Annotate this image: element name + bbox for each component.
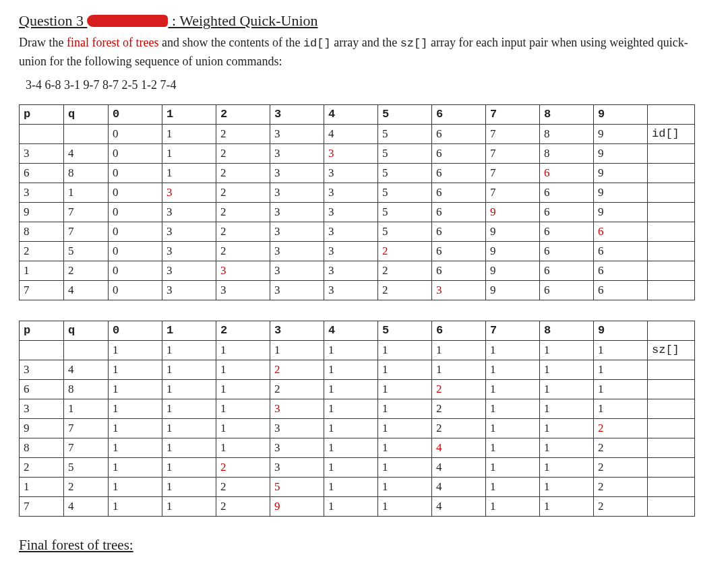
- cell-value: 1: [162, 124, 216, 143]
- cell-value: 2: [432, 379, 486, 399]
- cell-array-label: [648, 222, 695, 241]
- cell-value: 0: [109, 183, 162, 202]
- col-index: 5: [378, 104, 432, 124]
- cell-q: 7: [64, 418, 109, 438]
- cell-value: 2: [594, 477, 648, 496]
- cell-value: 1: [324, 379, 378, 399]
- cell-q: 7: [64, 202, 109, 222]
- cell-value: 3: [270, 418, 324, 438]
- cell-p: 2: [20, 457, 64, 477]
- cell-value: 3: [324, 241, 378, 261]
- cell-value: 4: [432, 438, 486, 457]
- cell-value: 2: [216, 124, 270, 143]
- cell-value: 6: [432, 261, 486, 280]
- cell-value: 3: [324, 183, 378, 202]
- cell-value: 6: [432, 124, 486, 143]
- col-index: 7: [486, 104, 540, 124]
- cell-array-label: id[]: [648, 124, 695, 143]
- cell-value: 1: [109, 418, 162, 438]
- cell-array-label: [648, 261, 695, 280]
- cell-array-label: [648, 280, 695, 300]
- cell-value: 1: [486, 418, 540, 438]
- col-index: 2: [216, 321, 270, 340]
- cell-value: 3: [216, 261, 270, 280]
- cell-value: 4: [432, 457, 486, 477]
- cell-value: 0: [109, 280, 162, 300]
- cell-value: 4: [324, 124, 378, 143]
- cell-p: 3: [20, 360, 64, 379]
- cell-q: 8: [64, 379, 109, 399]
- final-forest-heading: Final forest of trees:: [19, 537, 709, 554]
- cell-value: 6: [540, 202, 594, 222]
- cell-p: 7: [20, 280, 64, 300]
- cell-p: 6: [20, 379, 64, 399]
- cell-value: 3: [324, 143, 378, 163]
- cell-q: 1: [64, 399, 109, 418]
- cell-value: 1: [486, 457, 540, 477]
- cell-value: 1: [109, 496, 162, 516]
- col-index: 4: [324, 321, 378, 340]
- cell-p: [20, 340, 64, 360]
- cell-value: 1: [378, 360, 432, 379]
- cell-value: 1: [378, 340, 432, 360]
- cell-value: 1: [486, 340, 540, 360]
- cell-value: 6: [540, 222, 594, 241]
- prompt-text: Draw the final forest of trees and show …: [19, 34, 709, 70]
- cell-array-label: sz[]: [648, 340, 695, 360]
- cell-value: 3: [324, 202, 378, 222]
- cell-value: 7: [486, 183, 540, 202]
- cell-value: 0: [109, 261, 162, 280]
- cell-value: 3: [162, 241, 216, 261]
- cell-value: 6: [594, 241, 648, 261]
- cell-q: [64, 124, 109, 143]
- cell-p: 8: [20, 438, 64, 457]
- cell-q: 2: [64, 477, 109, 496]
- cell-value: 2: [594, 418, 648, 438]
- cell-value: 1: [162, 438, 216, 457]
- cell-value: 1: [594, 340, 648, 360]
- code-id: id[]: [303, 37, 331, 50]
- cell-value: 1: [162, 477, 216, 496]
- cell-value: 2: [216, 163, 270, 183]
- cell-array-label: [648, 496, 695, 516]
- cell-value: 3: [270, 163, 324, 183]
- cell-value: 1: [324, 496, 378, 516]
- cell-value: 3: [270, 202, 324, 222]
- cell-value: 1: [324, 360, 378, 379]
- cell-array-label: [648, 457, 695, 477]
- cell-value: 3: [324, 163, 378, 183]
- cell-value: 1: [540, 438, 594, 457]
- cell-value: 7: [486, 143, 540, 163]
- cell-value: 1: [540, 477, 594, 496]
- col-index: 7: [486, 321, 540, 340]
- cell-value: 4: [432, 477, 486, 496]
- cell-value: 9: [594, 183, 648, 202]
- col-index: 9: [594, 104, 648, 124]
- cell-value: 1: [324, 418, 378, 438]
- cell-value: 1: [432, 340, 486, 360]
- cell-p: 9: [20, 418, 64, 438]
- cell-value: 6: [432, 143, 486, 163]
- cell-value: 3: [216, 280, 270, 300]
- cell-value: 1: [378, 457, 432, 477]
- prompt-red: final forest of trees: [67, 36, 158, 49]
- cell-value: 3: [270, 241, 324, 261]
- cell-p: [20, 124, 64, 143]
- cell-p: 3: [20, 399, 64, 418]
- cell-value: 3: [270, 183, 324, 202]
- cell-q: 2: [64, 261, 109, 280]
- col-index: 8: [540, 104, 594, 124]
- cell-array-label: [648, 241, 695, 261]
- cell-array-label: [648, 163, 695, 183]
- prompt-mid1: and show the contents of the: [158, 36, 303, 49]
- cell-value: 1: [324, 399, 378, 418]
- cell-value: 9: [486, 241, 540, 261]
- cell-value: 6: [594, 280, 648, 300]
- cell-value: 1: [540, 399, 594, 418]
- cell-q: 5: [64, 457, 109, 477]
- id-table: pq01234567890123456789id[]34012335678968…: [19, 104, 695, 300]
- cell-p: 3: [20, 143, 64, 163]
- cell-value: 1: [378, 418, 432, 438]
- code-sz: sz[]: [400, 37, 428, 50]
- cell-value: 3: [162, 202, 216, 222]
